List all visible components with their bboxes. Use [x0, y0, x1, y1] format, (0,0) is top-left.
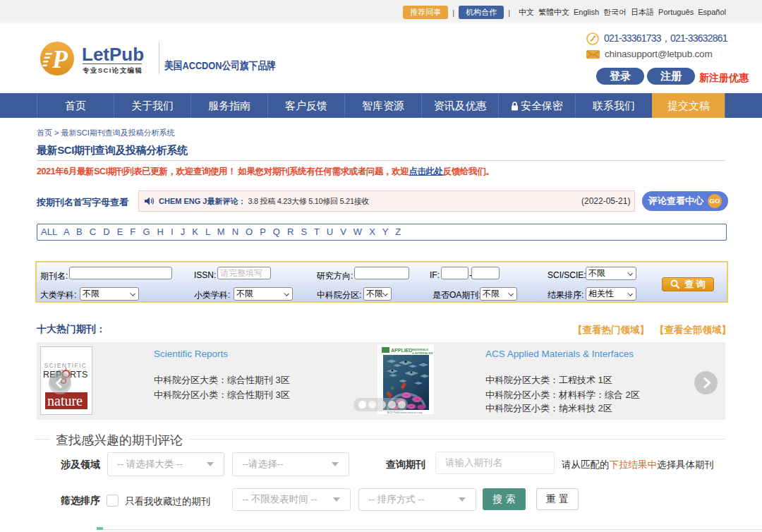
svg-text:& INTERFACES: & INTERFACES	[412, 351, 433, 355]
svg-text:SCIENTIFIC: SCIENTIFIC	[44, 362, 87, 369]
svg-text:APPLIED: APPLIED	[391, 348, 412, 353]
svg-text:ACS Publications www.acs.or: ACS Publications www.acs.org	[387, 411, 422, 414]
svg-text:nature: nature	[47, 393, 83, 409]
svg-text:P: P	[52, 45, 68, 73]
svg-text:RTS: RTS	[70, 370, 88, 380]
